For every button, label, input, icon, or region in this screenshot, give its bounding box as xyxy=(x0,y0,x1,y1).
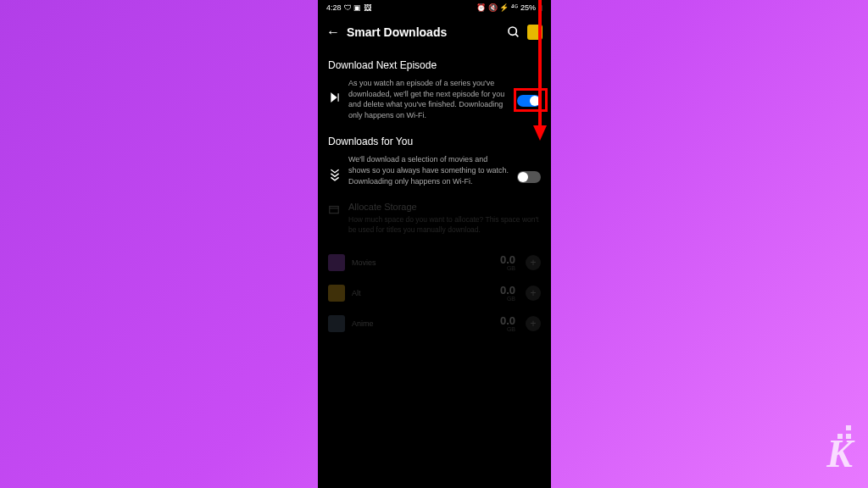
back-button[interactable]: ← xyxy=(326,25,340,40)
toggle-next-episode[interactable] xyxy=(517,95,541,107)
page-title: Smart Downloads xyxy=(347,25,500,39)
storage-value: 0.0 xyxy=(500,254,515,265)
content-area: Download Next Episode As you watch an ep… xyxy=(318,49,551,488)
for-you-description: We'll download a selection of movies and… xyxy=(348,154,510,186)
next-episode-description: As you watch an episode of a series you'… xyxy=(348,78,510,120)
storage-value: 0.0 xyxy=(500,315,515,326)
allocate-title: Allocate Storage xyxy=(348,202,541,212)
storage-name: Alt xyxy=(352,289,493,297)
profile-avatar[interactable] xyxy=(527,25,542,40)
setting-for-you: We'll download a selection of movies and… xyxy=(328,154,541,186)
section-title-next-episode: Download Next Episode xyxy=(328,59,541,71)
status-left-icons: 🛡 ▣ 🖼 xyxy=(344,3,371,12)
svg-rect-4 xyxy=(330,207,339,214)
status-right-icons: ⏰ 🔇 ⚡ ⁴ᴳ xyxy=(476,3,518,12)
svg-marker-2 xyxy=(331,93,337,101)
storage-item-movies: Movies 0.0 GB + xyxy=(328,247,541,278)
toggle-for-you[interactable] xyxy=(517,171,541,183)
battery-icon: ▯ xyxy=(538,3,542,12)
status-time: 4:28 xyxy=(326,3,342,12)
storage-unit: GB xyxy=(500,265,515,271)
allocate-section: Allocate Storage How much space do you w… xyxy=(328,202,541,339)
increase-button[interactable]: + xyxy=(526,255,541,270)
status-bar: 4:28 🛡 ▣ 🖼 ⏰ 🔇 ⚡ ⁴ᴳ 25% ▯ xyxy=(318,0,551,15)
status-battery: 25% xyxy=(520,3,536,12)
download-stack-icon xyxy=(328,154,342,181)
storage-icon xyxy=(328,202,342,219)
play-next-icon xyxy=(328,78,342,103)
phone-frame: 4:28 🛡 ▣ 🖼 ⏰ 🔇 ⚡ ⁴ᴳ 25% ▯ ← Smart Downlo… xyxy=(318,0,551,488)
storage-name: Movies xyxy=(352,258,493,267)
storage-item-anime: Anime 0.0 GB + xyxy=(328,308,541,339)
storage-name: Anime xyxy=(352,319,493,328)
storage-item-alt: Alt 0.0 GB + xyxy=(328,278,541,308)
watermark-logo: K xyxy=(826,431,853,476)
increase-button[interactable]: + xyxy=(526,316,541,331)
storage-thumb xyxy=(328,285,345,302)
storage-unit: GB xyxy=(500,296,515,302)
search-icon[interactable] xyxy=(507,25,520,39)
svg-point-0 xyxy=(509,27,516,35)
increase-button[interactable]: + xyxy=(526,286,541,301)
allocate-description: How much space do you want to allocate? … xyxy=(348,215,541,236)
svg-line-1 xyxy=(515,34,518,36)
app-header: ← Smart Downloads xyxy=(318,15,551,49)
setting-next-episode: As you watch an episode of a series you'… xyxy=(328,78,541,120)
storage-thumb xyxy=(328,254,345,271)
section-title-for-you: Downloads for You xyxy=(328,136,541,147)
storage-value: 0.0 xyxy=(500,285,515,296)
storage-unit: GB xyxy=(500,326,515,332)
storage-thumb xyxy=(328,315,345,332)
